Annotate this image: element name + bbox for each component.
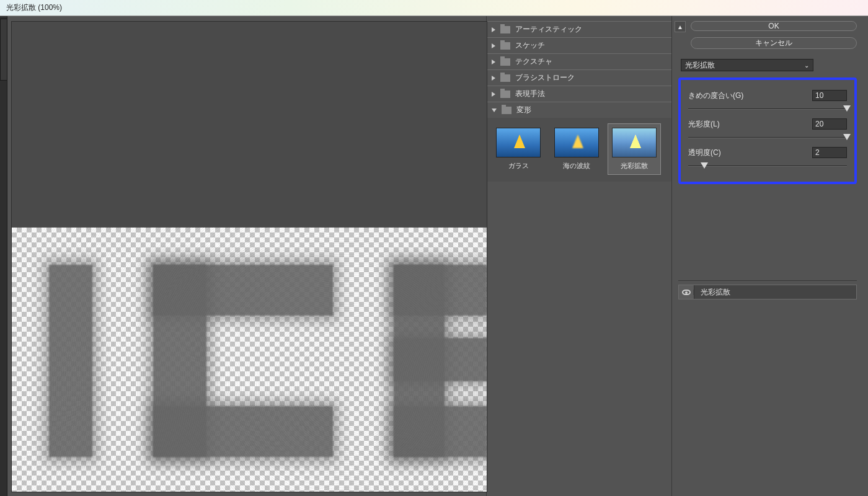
category-row[interactable]: テクスチャ: [487, 53, 671, 70]
ok-button-label: OK: [768, 22, 779, 30]
folder-icon: [502, 107, 512, 114]
category-label: テクスチャ: [515, 56, 552, 67]
left-tool-strip: [0, 16, 7, 496]
slider-track: [688, 108, 847, 110]
slider-track: [688, 166, 847, 167]
filter-thumb[interactable]: 光彩拡散: [608, 123, 661, 175]
category-row[interactable]: アーティスティック: [487, 21, 671, 38]
filter-thumb-image: [612, 128, 657, 157]
filter-category-panel: アーティスティックスケッチテクスチャブラシストローク表現手法変形 ガラス海の波紋…: [486, 16, 672, 496]
param: 透明度(C): [688, 147, 847, 170]
effect-layers-panel: 光彩拡散: [678, 280, 857, 491]
param-slider[interactable]: [688, 105, 847, 113]
preview-content: [12, 228, 487, 492]
effect-layer-name: 光彩拡散: [694, 285, 856, 299]
triangle-right-icon: [492, 92, 495, 97]
filter-thumb-label: ガラス: [492, 161, 545, 174]
filter-thumb[interactable]: ガラス: [492, 124, 545, 174]
param: きめの度合い(G): [688, 90, 847, 113]
param-input[interactable]: [812, 147, 847, 158]
param-input[interactable]: [812, 90, 847, 101]
cancel-button[interactable]: キャンセル: [691, 37, 857, 49]
canvas-checkerboard: [12, 228, 487, 492]
settings-panel: ▲ OK キャンセル 光彩拡散 ⌄ きめの度合い(G)光彩度(L)透明度(C): [672, 16, 868, 496]
preview-panel: [7, 16, 486, 496]
triangle-down-icon: [492, 108, 497, 112]
param-label: 光彩度(L): [688, 119, 720, 130]
category-row[interactable]: ブラシストローク: [487, 69, 671, 86]
cancel-button-label: キャンセル: [755, 38, 792, 48]
param-label: きめの度合い(G): [688, 91, 743, 101]
category-label: アーティスティック: [515, 24, 582, 35]
folder-icon: [500, 74, 510, 82]
folder-icon: [500, 91, 510, 98]
category-label: スケッチ: [515, 40, 545, 51]
param-slider[interactable]: [688, 162, 847, 170]
param-slider[interactable]: [688, 133, 847, 142]
filter-thumb[interactable]: 海の波紋: [550, 124, 603, 174]
filter-select-label: 光彩拡散: [685, 60, 715, 71]
triangle-right-icon: [492, 60, 495, 64]
slider-handle[interactable]: [701, 162, 708, 169]
category-row[interactable]: 表現手法: [487, 86, 671, 102]
eye-icon: [682, 290, 691, 295]
chevron-up-icon: ▲: [677, 24, 683, 30]
category-label: 表現手法: [515, 89, 545, 99]
param-label: 透明度(C): [688, 148, 721, 158]
preview-canvas[interactable]: [11, 21, 487, 492]
filter-select[interactable]: 光彩拡散 ⌄: [681, 59, 813, 71]
category-label: 変形: [516, 105, 531, 115]
param-input[interactable]: [812, 118, 847, 130]
left-collapsed-tab[interactable]: [0, 19, 7, 81]
params-highlight: きめの度合い(G)光彩度(L)透明度(C): [678, 78, 857, 184]
folder-icon: [500, 58, 510, 66]
chevron-down-icon: ⌄: [804, 62, 809, 69]
filter-thumb-image: [554, 128, 599, 157]
canvas-empty-area: [12, 22, 487, 228]
filter-thumb-image: [496, 128, 541, 157]
folder-icon: [500, 26, 510, 33]
slider-track: [688, 137, 847, 138]
slider-handle[interactable]: [843, 134, 851, 140]
param: 光彩度(L): [688, 118, 847, 142]
filter-thumbnails: ガラス海の波紋光彩拡散: [487, 118, 671, 182]
effect-layer-row[interactable]: 光彩拡散: [678, 285, 857, 299]
category-label: ブラシストローク: [515, 73, 575, 83]
triangle-right-icon: [492, 43, 495, 48]
filter-thumb-label: 光彩拡散: [608, 161, 660, 174]
category-row[interactable]: スケッチ: [487, 37, 671, 54]
visibility-toggle[interactable]: [679, 290, 694, 295]
triangle-right-icon: [492, 27, 495, 32]
collapse-toggle[interactable]: ▲: [675, 21, 686, 32]
triangle-right-icon: [492, 76, 495, 81]
window-titlebar: 光彩拡散 (100%): [0, 0, 868, 16]
ok-button[interactable]: OK: [691, 21, 857, 31]
folder-icon: [500, 42, 510, 50]
slider-handle[interactable]: [843, 105, 851, 112]
main-area: アーティスティックスケッチテクスチャブラシストローク表現手法変形 ガラス海の波紋…: [0, 16, 868, 496]
window-title: 光彩拡散 (100%): [6, 2, 62, 13]
category-row[interactable]: 変形: [487, 102, 671, 118]
filter-thumb-label: 海の波紋: [550, 161, 603, 174]
